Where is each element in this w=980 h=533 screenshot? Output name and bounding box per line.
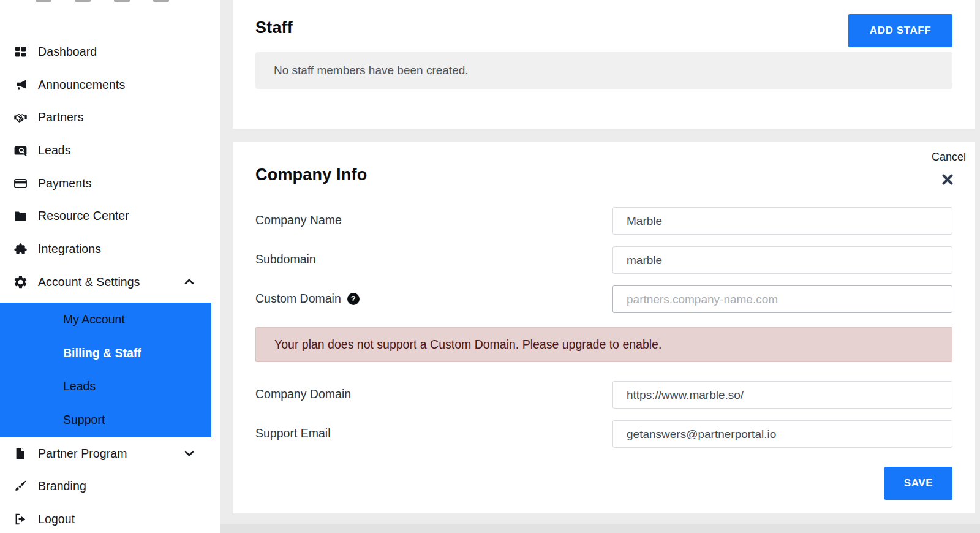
megaphone-icon <box>12 77 28 93</box>
bottom-strip <box>221 524 980 533</box>
sidebar-item-leads[interactable]: Leads <box>0 134 221 167</box>
company-info-section: Cancel Company Info Company Name Subdoma… <box>233 142 975 513</box>
save-button[interactable]: SAVE <box>884 467 952 500</box>
subdomain-input[interactable] <box>612 246 952 274</box>
company-info-title: Company Info <box>255 165 367 184</box>
sidebar-item-integrations[interactable]: Integrations <box>0 232 221 265</box>
company-domain-label: Company Domain <box>255 387 351 401</box>
account-settings-submenu: My Account Billing & Staff Leads Support <box>0 303 211 437</box>
submenu-item-my-account[interactable]: My Account <box>0 303 211 336</box>
sidebar-item-resource-center[interactable]: Resource Center <box>0 199 221 232</box>
sidebar-item-label: Announcements <box>38 78 125 92</box>
help-icon[interactable]: ? <box>347 293 360 305</box>
sidebar-item-announcements[interactable]: Announcements <box>0 68 221 101</box>
sidebar-item-label: Partner Program <box>38 447 127 461</box>
sidebar-item-label: Partners <box>38 110 84 124</box>
credit-card-icon <box>12 175 28 191</box>
support-email-label: Support Email <box>255 426 330 440</box>
sidebar-item-label: Account & Settings <box>38 275 140 289</box>
logo-remnant <box>36 0 183 2</box>
paintbrush-icon <box>12 478 28 494</box>
sidebar-item-dashboard[interactable]: Dashboard <box>0 35 221 68</box>
sidebar-item-logout[interactable]: Logout <box>0 502 221 533</box>
chevron-up-icon <box>181 274 197 290</box>
sidebar: Dashboard Announcements Partners Leads P <box>0 0 221 533</box>
company-name-label: Company Name <box>255 213 342 227</box>
sidebar-item-payments[interactable]: Payments <box>0 167 221 200</box>
custom-domain-input[interactable] <box>612 285 952 313</box>
submenu-item-leads[interactable]: Leads <box>0 370 211 404</box>
document-icon <box>12 445 28 461</box>
staff-section: Staff ADD STAFF No staff members have be… <box>233 0 975 129</box>
submenu-item-billing-staff[interactable]: Billing & Staff <box>0 336 211 370</box>
sidebar-item-label: Resource Center <box>38 209 129 223</box>
cancel-link[interactable]: Cancel <box>932 151 966 164</box>
close-icon[interactable] <box>940 172 956 187</box>
sidebar-item-label: Dashboard <box>38 45 97 59</box>
chevron-down-icon <box>181 445 197 461</box>
sidebar-item-branding[interactable]: Branding <box>0 469 221 502</box>
custom-domain-label: Custom Domain ? <box>255 292 360 306</box>
sidebar-item-partner-program[interactable]: Partner Program <box>0 437 221 470</box>
staff-title: Staff <box>255 18 293 37</box>
support-email-input[interactable] <box>612 420 952 448</box>
submenu-item-support[interactable]: Support <box>0 403 211 437</box>
gear-icon <box>12 274 28 290</box>
subdomain-label: Subdomain <box>255 252 316 266</box>
sidebar-item-label: Leads <box>38 143 71 157</box>
lead-search-icon <box>12 142 28 158</box>
folder-icon <box>12 208 28 224</box>
dashboard-icon <box>12 43 28 59</box>
sidebar-item-label: Branding <box>38 479 86 493</box>
add-staff-button[interactable]: ADD STAFF <box>848 14 952 47</box>
sidebar-item-label: Logout <box>38 512 75 526</box>
sidebar-item-label: Integrations <box>38 242 101 256</box>
custom-domain-warning: Your plan does not support a Custom Doma… <box>255 327 952 362</box>
sidebar-item-partners[interactable]: Partners <box>0 100 221 134</box>
logout-icon <box>12 511 28 527</box>
page: Dashboard Announcements Partners Leads P <box>0 0 980 533</box>
handshake-icon <box>12 109 28 125</box>
sidebar-item-label: Payments <box>38 176 92 191</box>
staff-empty-state: No staff members have been created. <box>255 52 952 89</box>
puzzle-icon <box>12 241 28 257</box>
company-domain-input[interactable] <box>612 381 952 409</box>
sidebar-item-account-settings[interactable]: Account & Settings <box>0 265 221 298</box>
company-name-input[interactable] <box>612 207 952 235</box>
